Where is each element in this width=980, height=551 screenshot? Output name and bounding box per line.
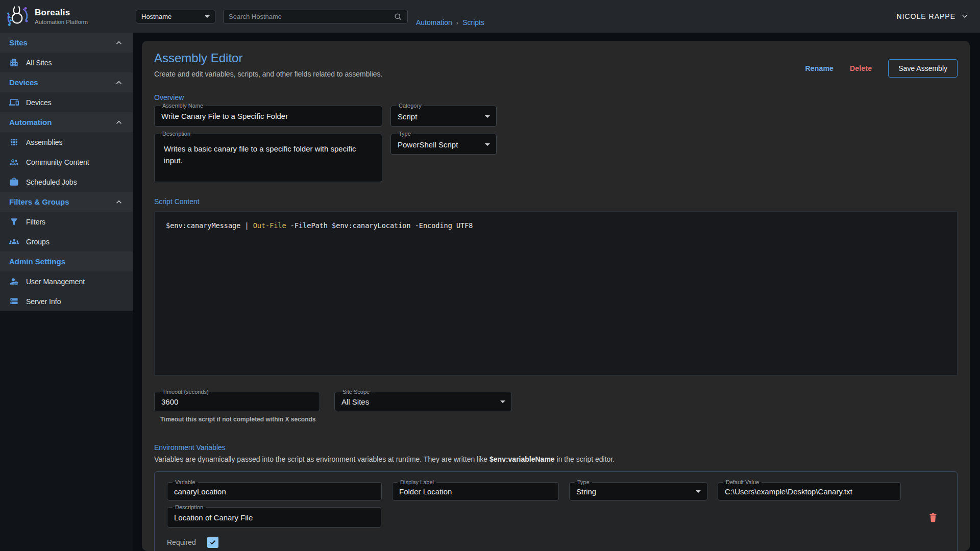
caret-down-icon — [485, 143, 490, 146]
variable-field: Variable — [167, 482, 382, 500]
site-scope-value: All Sites — [341, 397, 369, 406]
search-box[interactable] — [223, 10, 408, 23]
sidebar-item-filters[interactable]: Filters — [0, 212, 133, 232]
display-label-field: Display Label — [392, 482, 559, 500]
hostname-select-value: Hostname — [141, 13, 172, 20]
required-checkbox[interactable] — [207, 537, 218, 548]
code-command: Out-File — [253, 221, 286, 230]
devices-icon — [9, 97, 19, 107]
overview-section-label: Overview — [154, 93, 958, 102]
timeout-field: Timeout (seconds) — [154, 392, 320, 411]
brand-subtitle: Automation Platform — [35, 19, 88, 25]
sidebar-item-assemblies[interactable]: Assemblies — [0, 132, 133, 152]
caret-down-icon — [696, 490, 701, 493]
sidebar-nav: Sites All Sites Devices Devices Automati… — [0, 33, 133, 311]
save-assembly-button[interactable]: Save Assembly — [888, 59, 958, 78]
sidebar-item-label: All Sites — [26, 59, 52, 67]
sidebar-section-filters-groups[interactable]: Filters & Groups — [0, 192, 133, 212]
groups-icon — [9, 237, 19, 246]
default-value-field: Default Value — [718, 482, 901, 500]
section-label: Automation — [9, 118, 52, 127]
sidebar-item-devices[interactable]: Devices — [0, 92, 133, 112]
page-title: Assembly Editor — [154, 51, 382, 65]
section-label: Devices — [9, 78, 38, 87]
sidebar-item-label: Server Info — [26, 297, 61, 306]
search-input[interactable] — [229, 13, 394, 20]
sidebar-item-label: Community Content — [26, 158, 89, 166]
chevron-up-icon — [114, 197, 124, 207]
site-scope-select[interactable]: Site Scope All Sites — [334, 392, 512, 411]
user-menu[interactable]: NICOLE RAPPE — [897, 12, 969, 20]
topbar: Hostname Automation › Scripts NICOLE RAP… — [133, 0, 980, 33]
breadcrumb: Automation › Scripts — [416, 18, 484, 27]
grid-icon — [9, 137, 19, 147]
var-type-select[interactable]: Type String — [569, 482, 707, 500]
field-label: Category — [396, 102, 424, 110]
sidebar-item-label: Assemblies — [26, 138, 63, 146]
apartment-icon — [9, 58, 19, 67]
caret-down-icon — [485, 115, 490, 118]
field-label: Assembly Name — [160, 102, 206, 110]
sidebar-item-label: Scheduled Jobs — [26, 178, 77, 186]
field-label: Description — [173, 504, 206, 511]
type-value: PowerShell Script — [398, 140, 458, 148]
briefcase-icon — [9, 177, 19, 187]
rename-button[interactable]: Rename — [805, 64, 834, 72]
description-field: Description Writes a basic canary file t… — [154, 134, 382, 182]
hostname-select[interactable]: Hostname — [136, 10, 215, 23]
field-label: Description — [160, 130, 193, 138]
chevron-down-icon — [961, 12, 969, 20]
env-desc-text: Variables are dynamically passed into th… — [154, 455, 489, 463]
type-select[interactable]: Type PowerShell Script — [390, 134, 497, 155]
section-label: Admin Settings — [9, 257, 65, 266]
borealis-logo-icon — [5, 4, 30, 29]
chevron-up-icon — [114, 78, 124, 87]
breadcrumb-automation[interactable]: Automation — [416, 18, 452, 27]
sidebar-item-scheduled-jobs[interactable]: Scheduled Jobs — [0, 172, 133, 192]
sidebar-item-label: Filters — [26, 218, 45, 226]
field-label: Site Scope — [340, 388, 372, 396]
env-desc-code: $env:variableName — [489, 455, 555, 463]
var-type-value: String — [576, 487, 596, 496]
delete-variable-button[interactable] — [927, 511, 939, 523]
sidebar-item-community-content[interactable]: Community Content — [0, 152, 133, 172]
section-label: Sites — [9, 38, 28, 47]
breadcrumb-separator: › — [456, 19, 458, 27]
sidebar-item-server-info[interactable]: Server Info — [0, 291, 133, 311]
field-label: Display Label — [398, 479, 436, 486]
sidebar-section-admin-settings[interactable]: Admin Settings — [0, 252, 133, 271]
env-var-row: Variable Display Label Type String Defau… — [154, 471, 958, 551]
user-name: NICOLE RAPPE — [897, 12, 955, 20]
variable-input[interactable] — [167, 483, 381, 500]
editor-actions: Rename Delete Save Assembly — [805, 59, 958, 78]
funnel-icon — [9, 217, 19, 227]
main-area: Hostname Automation › Scripts NICOLE RAP… — [133, 0, 980, 551]
code-text: -FilePath $env:canaryLocation -Encoding … — [286, 221, 473, 230]
sidebar-section-devices[interactable]: Devices — [0, 72, 133, 92]
assembly-name-field: Assembly Name — [154, 106, 382, 127]
var-description-field: Description — [167, 507, 381, 528]
category-value: Script — [398, 112, 417, 120]
field-label: Type — [575, 479, 592, 486]
delete-button[interactable]: Delete — [850, 64, 872, 72]
sidebar-item-label: Devices — [26, 98, 52, 107]
server-icon — [9, 296, 19, 306]
required-label: Required — [167, 538, 196, 546]
field-label: Variable — [173, 479, 198, 486]
category-select[interactable]: Category Script — [390, 106, 497, 127]
caret-down-icon — [500, 400, 505, 403]
breadcrumb-scripts[interactable]: Scripts — [462, 18, 484, 27]
sidebar-section-automation[interactable]: Automation — [0, 112, 133, 132]
script-code-editor[interactable]: $env:canaryMessage | Out-File -FilePath … — [154, 211, 958, 375]
section-label: Filters & Groups — [9, 197, 69, 206]
field-label: Default Value — [723, 479, 762, 486]
script-section-label: Script Content — [154, 197, 958, 206]
chevron-up-icon — [114, 38, 124, 47]
sidebar-section-sites[interactable]: Sites — [0, 33, 133, 53]
description-input[interactable]: Writes a basic canary file to a specific… — [155, 134, 382, 182]
search-icon — [394, 12, 402, 21]
sidebar-item-user-management[interactable]: User Management — [0, 271, 133, 291]
sidebar-item-label: Groups — [26, 238, 50, 246]
sidebar-item-all-sites[interactable]: All Sites — [0, 53, 133, 72]
sidebar-item-groups[interactable]: Groups — [0, 232, 133, 252]
